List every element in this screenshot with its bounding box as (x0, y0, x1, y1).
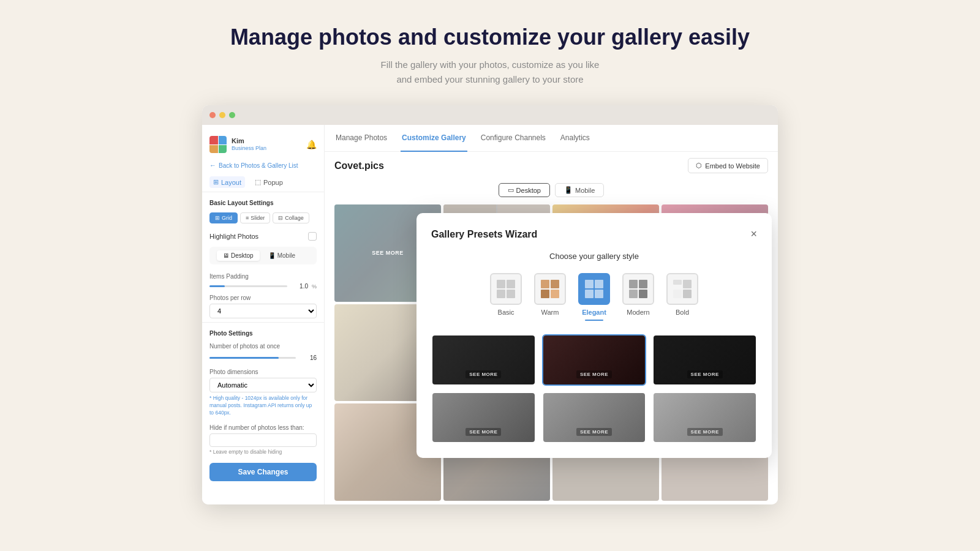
style-option-basic[interactable]: Basic (490, 273, 522, 321)
photo-settings-title: Photo Settings (202, 322, 324, 340)
preview-item-2[interactable]: SEE MORE (542, 334, 647, 386)
highlight-photos-label: Highlight Photos (209, 233, 258, 240)
tab-analytics[interactable]: Analytics (559, 125, 591, 152)
modal-title: Gallery Presets Wizard (431, 229, 537, 240)
gallery-presets-modal: Gallery Presets Wizard × Choose your gal… (417, 213, 772, 458)
preview-img-4: SEE MORE (432, 393, 535, 442)
sidebar-nav-layout[interactable]: ⊞ Layout (209, 176, 245, 188)
mobile-icon: 📱 (268, 252, 276, 259)
layout-options: ⊞ Grid ≡ Slider ⊟ Collage (202, 210, 324, 226)
num-photos-value: 16 (300, 354, 317, 361)
section-photo-settings: Photo Settings Number of photos at once … (202, 322, 324, 457)
popup-label: Popup (263, 179, 283, 186)
num-slider-track[interactable] (209, 357, 296, 359)
tab-configure-channels[interactable]: Configure Channels (480, 125, 547, 152)
preview-see-more-2: SEE MORE (576, 370, 612, 378)
sidebar-user-plan: Business Plan (232, 145, 266, 152)
gallery-header: Covet.pics ⬡ Embed to Website (325, 152, 778, 179)
hide-label: Hide if number of photos less than: (202, 419, 324, 433)
browser-dot-3 (229, 112, 235, 118)
preview-grid-row1: SEE MORE SEE MORE SEE MORE (431, 334, 757, 386)
preview-img-3: SEE MORE (654, 335, 756, 384)
tab-customize-gallery[interactable]: Customize Gallery (401, 125, 467, 152)
gallery-name: Covet.pics (334, 160, 384, 171)
style-label-warm: Warm (541, 309, 559, 316)
save-changes-button[interactable]: Save Changes (209, 463, 317, 481)
preview-item-5[interactable]: SEE MORE (542, 392, 647, 443)
items-padding-label: Items Padding (209, 273, 317, 280)
sidebar-nav-popup[interactable]: ⬚ Popup (251, 176, 287, 188)
style-label-elegant: Elegant (582, 309, 606, 316)
style-options: Basic Warm (431, 273, 757, 321)
style-label-basic: Basic (498, 309, 514, 316)
style-icon-basic (490, 273, 522, 305)
preview-item-3[interactable]: SEE MORE (652, 334, 757, 386)
items-padding-row: Items Padding 1.0 % (202, 268, 324, 294)
items-padding-slider: 1.0 % (209, 283, 317, 290)
padding-value: 1.0 (291, 283, 308, 290)
sidebar-nav: ⊞ Layout ⬚ Popup (202, 173, 324, 192)
layout-label: Layout (221, 179, 241, 186)
sidebar-user-info: Kim Business Plan (232, 137, 266, 152)
modal-subtitle: Choose your gallery style (431, 252, 757, 261)
sidebar-user: Kim Business Plan (209, 136, 266, 153)
style-option-bold[interactable]: Bold (666, 273, 698, 321)
browser-dot-1 (209, 112, 216, 118)
browser-window: Kim Business Plan 🔔 ← Back to Photos & G… (202, 105, 778, 504)
preview-item-4[interactable]: SEE MORE (431, 392, 536, 443)
photos-per-row-label: Photos per row (202, 294, 324, 301)
modal-header: Gallery Presets Wizard × (431, 228, 757, 241)
app-container: Kim Business Plan 🔔 ← Back to Photos & G… (202, 125, 778, 504)
num-photos-slider-row: 16 (202, 352, 324, 364)
photos-per-row-select[interactable]: 4 3 2 5 (209, 304, 317, 318)
grid-icon: ⊞ (213, 178, 219, 186)
style-icon-bold (666, 273, 698, 305)
num-slider-fill (209, 357, 279, 359)
main-area: SEE MORE (325, 201, 778, 504)
tab-manage-photos[interactable]: Manage Photos (334, 125, 388, 152)
elegant-underline (585, 320, 603, 321)
modal-close-button[interactable]: × (750, 228, 757, 241)
photo-dim-select[interactable]: Automatic 640px 1024px (209, 378, 317, 392)
desktop-tab[interactable]: 🖥 Desktop (217, 250, 260, 261)
slider-icon: ≡ (246, 215, 249, 221)
popup-icon: ⬚ (255, 178, 261, 186)
collage-layout-btn[interactable]: ⊟ Collage (273, 212, 309, 223)
highlight-photos-row: Highlight Photos (202, 226, 324, 247)
browser-bar (202, 105, 778, 125)
back-link[interactable]: ← Back to Photos & Gallery List (202, 158, 324, 173)
preview-item-6[interactable]: SEE MORE (652, 392, 757, 443)
sidebar: Kim Business Plan 🔔 ← Back to Photos & G… (202, 125, 325, 504)
collage-icon: ⊟ (278, 215, 283, 221)
mobile-toggle-btn[interactable]: 📱 Mobile (555, 183, 604, 197)
bell-icon[interactable]: 🔔 (306, 140, 317, 149)
device-tabs: 🖥 Desktop 📱 Mobile (209, 247, 317, 264)
style-icon-modern (622, 273, 654, 305)
grid-layout-btn[interactable]: ⊞ Grid (209, 212, 238, 223)
preview-see-more-6: SEE MORE (687, 428, 723, 436)
sidebar-user-name: Kim (232, 137, 266, 145)
preview-img-1: SEE MORE (432, 335, 535, 384)
embed-icon: ⬡ (696, 162, 702, 170)
mobile-tab[interactable]: 📱 Mobile (262, 250, 301, 261)
sidebar-header: Kim Business Plan 🔔 (202, 131, 324, 158)
photo-dim-label: Photo dimensions (202, 364, 324, 378)
style-option-elegant[interactable]: Elegant (578, 273, 610, 321)
style-option-modern[interactable]: Modern (622, 273, 654, 321)
preview-grid-row2: SEE MORE SEE MORE SEE MORE (431, 392, 757, 443)
preview-item-1[interactable]: SEE MORE (431, 334, 536, 386)
hide-input[interactable] (209, 433, 317, 447)
style-option-warm[interactable]: Warm (534, 273, 566, 321)
hide-note: * Leave empty to disable hiding (202, 447, 324, 457)
style-label-modern: Modern (627, 309, 649, 316)
basic-layout-title: Basic Layout Settings (202, 192, 324, 210)
num-photos-label: Number of photos at once (202, 340, 324, 352)
desktop-toggle-btn[interactable]: ▭ Desktop (499, 183, 550, 197)
slider-layout-btn[interactable]: ≡ Slider (240, 212, 270, 223)
slider-track[interactable] (209, 285, 287, 287)
dim-note: * High quality - 1024px is available onl… (202, 392, 324, 419)
highlight-checkbox[interactable] (308, 232, 317, 241)
style-icon-elegant (578, 273, 610, 305)
browser-dot-2 (219, 112, 225, 118)
embed-website-button[interactable]: ⬡ Embed to Website (688, 158, 768, 173)
